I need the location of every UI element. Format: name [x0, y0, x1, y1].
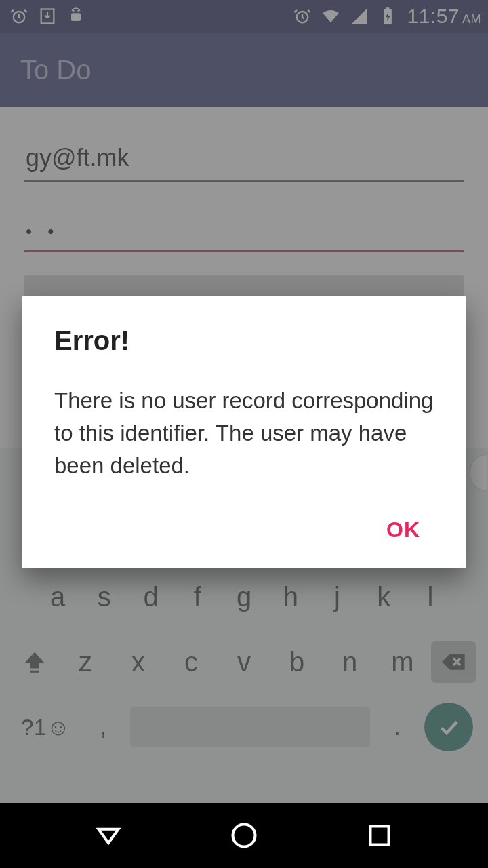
nav-home-button[interactable] — [225, 816, 263, 854]
svg-rect-10 — [371, 827, 389, 845]
error-dialog: Error! There is no user record correspon… — [22, 296, 466, 568]
system-nav-bar — [0, 803, 488, 868]
dialog-actions: OK — [54, 509, 434, 551]
dialog-ok-button[interactable]: OK — [373, 509, 434, 551]
svg-point-9 — [233, 825, 256, 847]
nav-recents-button[interactable] — [361, 816, 399, 854]
nav-back-button[interactable] — [89, 816, 127, 854]
dialog-message: There is no user record corresponding to… — [54, 384, 434, 482]
dialog-title: Error! — [54, 326, 434, 356]
